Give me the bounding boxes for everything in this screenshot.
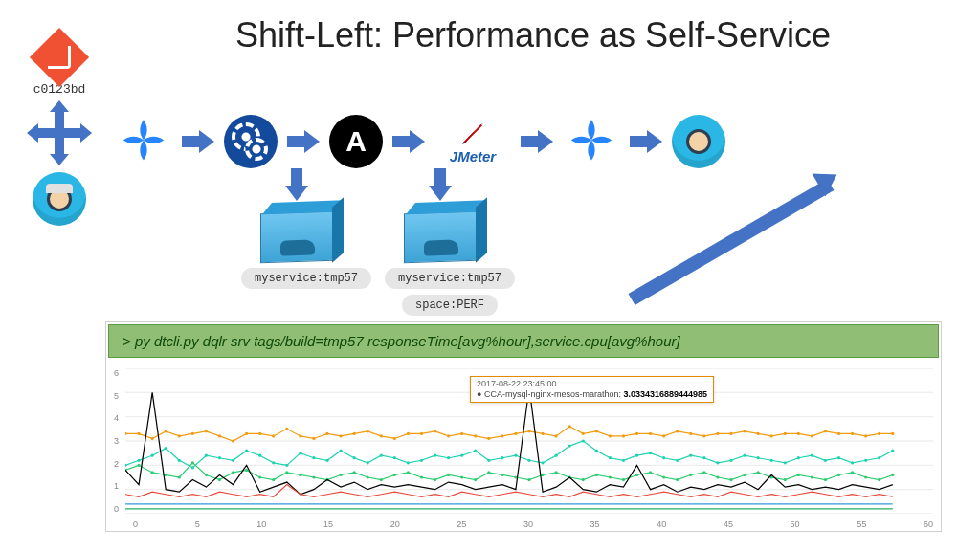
svg-point-111 <box>743 454 746 457</box>
jmeter-feather-icon <box>458 120 487 148</box>
svg-point-66 <box>137 459 140 462</box>
pipeline-row: JMeter <box>115 103 961 180</box>
svg-point-147 <box>447 474 450 476</box>
svg-point-165 <box>689 474 692 476</box>
svg-point-96 <box>541 461 544 464</box>
svg-point-39 <box>555 434 558 437</box>
svg-point-124 <box>137 464 140 467</box>
svg-point-139 <box>339 474 342 476</box>
svg-point-91 <box>474 450 477 452</box>
jira-icon <box>115 113 172 170</box>
arrow-right-icon <box>630 132 662 151</box>
svg-point-131 <box>232 471 234 474</box>
svg-point-33 <box>474 434 477 437</box>
svg-point-121 <box>878 456 880 459</box>
chart-tooltip: 2017-08-22 23:45:00 ● CCA-mysql-nginx-me… <box>470 376 714 403</box>
svg-point-119 <box>851 461 854 464</box>
svg-point-72 <box>218 456 221 459</box>
svg-point-173 <box>797 474 800 476</box>
svg-point-42 <box>595 430 598 432</box>
svg-point-57 <box>797 432 800 435</box>
deploy-tag-pill: myservice:tmp57 <box>385 268 515 289</box>
svg-point-107 <box>689 454 692 457</box>
svg-point-36 <box>514 432 517 435</box>
docker-container-icon <box>404 211 477 264</box>
svg-point-80 <box>325 459 328 462</box>
svg-point-28 <box>407 432 410 435</box>
tooltip-timestamp: 2017-08-22 23:45:00 <box>477 379 707 389</box>
docker-container-icon <box>260 211 333 264</box>
svg-point-94 <box>514 454 517 457</box>
svg-point-37 <box>527 430 530 432</box>
svg-point-116 <box>811 454 813 457</box>
svg-point-11 <box>178 434 181 437</box>
svg-point-10 <box>165 430 167 432</box>
svg-point-180 <box>891 474 894 476</box>
svg-point-48 <box>676 430 679 432</box>
tooltip-series: CCA-mysql-nginx-mesos-marathon: <box>484 389 621 399</box>
svg-point-170 <box>757 471 760 474</box>
svg-point-162 <box>649 471 652 474</box>
svg-point-22 <box>325 432 328 435</box>
svg-point-12 <box>191 432 194 435</box>
svg-point-114 <box>784 461 787 464</box>
svg-point-52 <box>729 432 732 435</box>
svg-point-113 <box>770 459 773 462</box>
svg-point-126 <box>165 474 167 476</box>
svg-point-154 <box>541 474 544 476</box>
jmeter-label: JMeter <box>434 148 511 165</box>
svg-point-141 <box>367 475 369 478</box>
ansible-icon <box>329 115 383 168</box>
svg-point-26 <box>380 434 383 437</box>
svg-point-55 <box>770 434 773 437</box>
svg-point-69 <box>178 459 181 462</box>
svg-point-17 <box>258 432 261 435</box>
svg-point-106 <box>676 459 679 462</box>
svg-point-146 <box>434 478 436 481</box>
svg-point-149 <box>474 478 477 481</box>
arrow-right-icon <box>392 132 425 151</box>
svg-point-178 <box>864 475 867 478</box>
arrow-down-icon <box>431 168 450 201</box>
svg-point-129 <box>205 474 208 476</box>
svg-point-45 <box>635 432 638 435</box>
bidirectional-arrow-icon <box>36 110 82 156</box>
svg-point-161 <box>635 474 638 476</box>
svg-point-62 <box>864 434 867 437</box>
svg-point-175 <box>824 478 827 481</box>
svg-point-20 <box>299 434 301 437</box>
svg-point-90 <box>460 454 463 457</box>
svg-point-140 <box>353 471 356 474</box>
svg-point-29 <box>420 432 423 435</box>
svg-point-25 <box>367 430 369 432</box>
arrow-right-icon <box>287 132 320 151</box>
build-tag-pill: myservice:tmp57 <box>241 268 371 289</box>
svg-point-71 <box>205 454 208 457</box>
svg-point-87 <box>420 459 423 462</box>
arrow-right-icon <box>521 132 553 151</box>
git-commit: c0123bd <box>31 29 88 97</box>
svg-point-32 <box>460 432 463 435</box>
svg-point-54 <box>757 432 760 435</box>
svg-point-117 <box>824 459 827 462</box>
svg-point-122 <box>891 450 894 452</box>
svg-point-70 <box>191 466 194 469</box>
svg-point-77 <box>285 464 288 467</box>
svg-point-155 <box>555 471 558 474</box>
svg-point-15 <box>232 439 234 442</box>
svg-point-176 <box>837 474 840 476</box>
svg-point-8 <box>137 432 140 435</box>
svg-point-144 <box>407 471 410 474</box>
svg-point-150 <box>487 471 490 474</box>
svg-point-99 <box>582 439 585 442</box>
svg-point-27 <box>393 437 396 440</box>
svg-point-9 <box>151 437 154 440</box>
svg-point-79 <box>312 456 315 459</box>
svg-point-74 <box>245 450 248 452</box>
svg-point-135 <box>285 471 288 474</box>
svg-point-85 <box>393 456 396 459</box>
developer-avatar <box>672 115 725 168</box>
svg-point-24 <box>353 432 356 435</box>
svg-point-35 <box>501 434 503 437</box>
svg-point-83 <box>367 461 369 464</box>
